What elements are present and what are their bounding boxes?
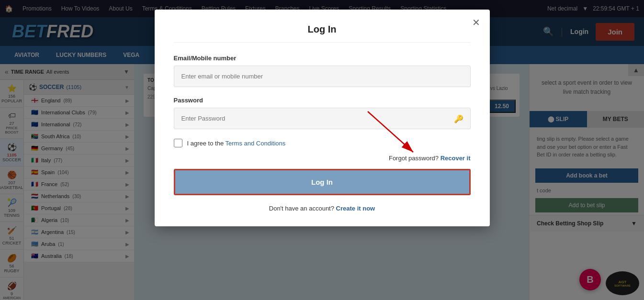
password-visibility-icon[interactable]: 🔑	[454, 114, 463, 123]
password-input[interactable]	[174, 108, 471, 129]
terms-checkbox-row: I agree to the Terms and Conditions	[174, 139, 471, 147]
svg-line-1	[368, 111, 413, 152]
create-account-link[interactable]: Create it now	[336, 205, 375, 212]
agree-text: I agree to the Terms and Conditions	[187, 140, 286, 147]
password-label: Password	[174, 97, 471, 104]
forgot-password-row: Forgot password? Recover it	[174, 155, 471, 162]
no-account-text: Don't have an account?	[269, 205, 334, 212]
email-label: Email/Mobile number	[174, 55, 471, 62]
terms-conditions-link[interactable]: Terms and Conditions	[226, 140, 286, 147]
arrow-annotation	[363, 107, 425, 159]
email-form-group: Email/Mobile number	[174, 55, 471, 87]
recover-password-link[interactable]: Recover it	[441, 155, 471, 162]
terms-checkbox[interactable]	[174, 139, 182, 147]
modal-close-button[interactable]: ✕	[472, 17, 480, 28]
no-account-row: Don't have an account? Create it now	[174, 205, 471, 212]
password-form-group: Password 🔑	[174, 97, 471, 129]
login-submit-button[interactable]: Log In	[174, 169, 471, 195]
password-wrapper: 🔑	[174, 108, 471, 129]
email-input[interactable]	[174, 66, 471, 87]
modal-overlay[interactable]: ✕ Log In Email/Mobile number Password 🔑 …	[0, 0, 644, 300]
modal-title: Log In	[174, 24, 471, 43]
login-modal: ✕ Log In Email/Mobile number Password 🔑 …	[155, 10, 490, 226]
